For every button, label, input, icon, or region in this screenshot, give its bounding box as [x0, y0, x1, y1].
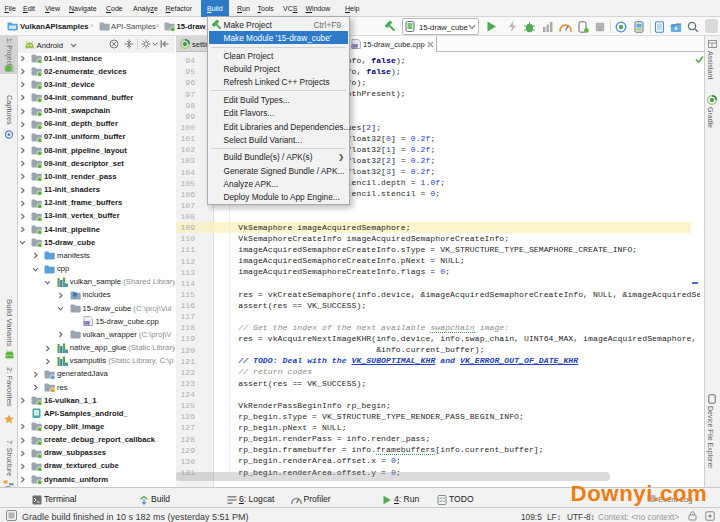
svg-text:C++: C++: [84, 322, 91, 326]
svg-text:C++: C++: [352, 45, 359, 49]
